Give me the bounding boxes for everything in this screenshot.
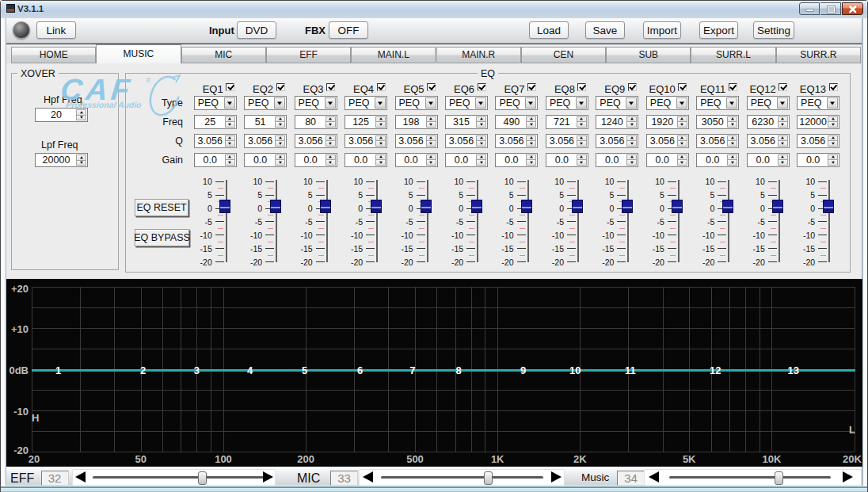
svg-text:®: ®: [146, 77, 151, 85]
svg-text:Professional Audio: Professional Audio: [66, 101, 143, 110]
